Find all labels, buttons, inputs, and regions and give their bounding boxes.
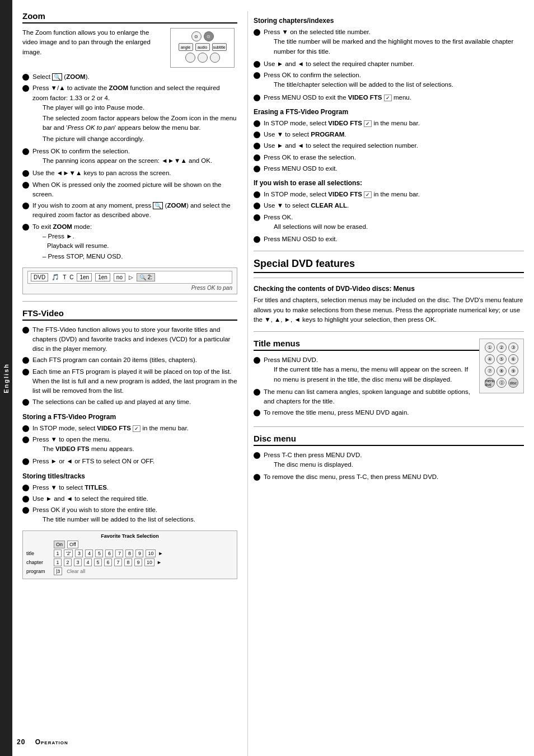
fts-p1: |3 (54, 567, 62, 575)
fts-clear-all: Clear all (67, 569, 85, 574)
tm-bullet-1: Press MENU DVD. If the current title has… (254, 355, 474, 386)
osd-display-box: DVD 🎵 T C 1en 1en no ▷ 🔍 2: Press OK to … (22, 267, 237, 294)
btn-audio: audio (195, 43, 210, 51)
dm-bullet-2: To remove the disc menu, press T-C, then… (254, 472, 524, 482)
zoom-bullet-7: To exit ZOOM mode: Press ►. Playback wil… (22, 222, 237, 263)
storing-fts-bullet-2-text: Press ▼ to open the menu. The VIDEO FTS … (32, 435, 237, 456)
fts-off: Off (67, 541, 78, 548)
sc-indent-1: The title number will be marked and the … (264, 37, 524, 57)
osd-arrow: ▷ (129, 274, 133, 280)
fts-intro-bullets: The FTS-Video function allows you to sto… (22, 325, 237, 407)
bullet-dot (254, 203, 260, 209)
zoom-bullet-7-text: To exit ZOOM mode: Press ►. Playback wil… (32, 222, 237, 263)
press-ok-label: Press OK to pan (27, 285, 232, 291)
osd-lang: 1en (77, 273, 92, 281)
tm-indent-1: If the current title has a menu, the men… (264, 365, 474, 384)
fts-bullet-2-text: Each FTS program can contain 20 items (t… (32, 355, 237, 365)
bullet-dot (22, 182, 29, 189)
osd-dvd: DVD (31, 273, 48, 281)
numpad-row-2: ④ ⑤ ⑥ (483, 354, 520, 364)
fts-c10: 10 (144, 558, 154, 566)
fts-t4: 4 (85, 550, 93, 557)
fts-label-chapter: chapter (26, 560, 51, 565)
zoom-indent-2: The selected zoom factor appears below t… (32, 114, 237, 133)
remote-row-2: angle audio subtitle (174, 43, 231, 51)
bullet-dot (254, 191, 260, 198)
sc-bullet-1-text: Press ▼ on the selected title number. Th… (264, 27, 524, 58)
num-7: ⑦ (485, 366, 495, 376)
sc-bullet-4: Press MENU OSD to exit the VIDEO FTS ✓ m… (254, 93, 524, 102)
fts-bullet-4: The selections can be called up and play… (22, 397, 237, 407)
osd-zoom-val: 🔍 2: (137, 273, 155, 281)
bullet-dot (22, 485, 29, 491)
bullet-dot (254, 236, 260, 243)
tm-bullet-3: To remove the title menu, press MENU DVD… (254, 408, 524, 417)
fts-t9: 9 (135, 550, 143, 557)
ca-indent-1: All selections will now be erased. (264, 222, 524, 232)
er-bullet-3: Use ► and ◄ to select the required selec… (254, 141, 524, 151)
bullet-dot (254, 214, 260, 221)
er-bullet-5: Press MENU OSD to exit. (254, 164, 524, 173)
fts-row-chapter: chapter 1 2 3 4 5 6 7 8 9 10 ► (26, 558, 233, 566)
left-column: Zoom ⊙ ⊙ angle audio subtitle (12, 11, 247, 756)
footer-text: Operation (35, 738, 68, 746)
btn-2: ⊙ (204, 31, 214, 41)
bullet-dot (22, 170, 29, 177)
tm-bullet-1-text: Press MENU DVD. If the current title has… (264, 355, 474, 386)
fts-t8: 8 (125, 550, 133, 557)
fts-c9: 9 (134, 558, 142, 566)
zoom-indent-1: The player will go into Pause mode. (32, 103, 237, 112)
fts-label-program: program (26, 569, 51, 574)
fts-bullet-3: Each time an FTS program is played it wi… (22, 367, 237, 396)
bullet-dot (254, 132, 260, 138)
disc-menu-divider (254, 426, 524, 427)
fts-table-header: Favorite Track Selection (26, 533, 233, 539)
dm-indent-1: The disc menu is displayed. (264, 460, 524, 469)
zoom-bullet-3: Press OK to confirm the selection. The p… (22, 147, 237, 167)
osd-bar: DVD 🎵 T C 1en 1en no ▷ 🔍 2: (27, 271, 232, 284)
fts-bullet-3-text: Each time an FTS program is played it wi… (32, 367, 237, 396)
bullet-dot (254, 452, 260, 459)
bullet-dot (254, 95, 260, 101)
zoom-bullet-4-text: Use the ◄►▼▲ keys to pan across the scre… (32, 168, 237, 178)
bullet-dot (22, 458, 29, 465)
ca-bullet-1: In STOP mode, select VIDEO FTS ✓ in the … (254, 190, 524, 199)
footer-number: 20 (17, 738, 25, 746)
special-dvd-title: Special DVD features (254, 258, 524, 273)
ca-bullet-4: Press MENU OSD to exit. (254, 234, 524, 244)
bullet-dot (22, 507, 29, 514)
fts-bullet-1-text: The FTS-Video function allows you to sto… (32, 325, 237, 354)
content: Zoom ⊙ ⊙ angle audio subtitle (12, 0, 534, 756)
bullet-dot (254, 120, 260, 127)
remote-row-1: ⊙ ⊙ (174, 31, 231, 41)
page-footer: 20 Operation (17, 738, 68, 746)
bullet-dot (254, 72, 260, 79)
fts-t1: 1 (54, 550, 62, 557)
fts-t2: '2' (64, 550, 73, 557)
btn-c2 (198, 53, 208, 63)
er-bullet-4: Press OK to erase the selection. (254, 153, 524, 162)
er-bullet-1: In STOP mode, select VIDEO FTS ✓ in the … (254, 119, 524, 128)
er-bullet-4-text: Press OK to erase the selection. (264, 153, 524, 162)
ca-bullet-2-text: Use ▼ to select CLEAR ALL. (264, 201, 524, 210)
fts-c1: 1 (54, 558, 62, 566)
remote-graphic: ⊙ ⊙ angle audio subtitle (170, 28, 237, 68)
fts-c8: 8 (124, 558, 132, 566)
ca-bullet-3-text: Press OK. All selections will now be era… (264, 213, 524, 233)
fts-bullet-4-text: The selections can be called up and play… (32, 397, 237, 407)
fts-row-program: program |3 Clear all (26, 567, 233, 575)
fts-t3: 3 (75, 550, 83, 557)
sidebar-label: English (3, 363, 10, 393)
bullet-dot (22, 399, 29, 406)
fts-row-on-off: On Off (26, 541, 233, 548)
btn-c3 (210, 53, 220, 63)
er-bullet-2-text: Use ▼ to select PROGRAM. (264, 130, 524, 139)
num-1: ① (485, 342, 495, 353)
clear-all-bullets: In STOP mode, select VIDEO FTS ✓ in the … (254, 190, 524, 244)
num-menu: menu dvd (485, 378, 495, 388)
bullet-dot (22, 327, 29, 334)
num-9: ⑨ (508, 366, 518, 376)
zoom-intro-area: ⊙ ⊙ angle audio subtitle (22, 28, 237, 72)
osd-sub: 1en (95, 273, 110, 281)
zoom-bullet-6-text: If you wish to zoom at any moment, press… (32, 201, 237, 220)
